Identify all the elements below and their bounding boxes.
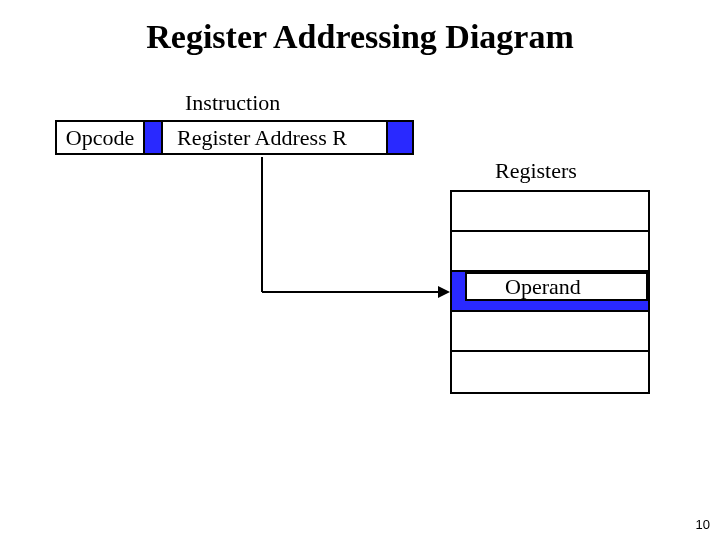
operand-label: Operand: [465, 272, 648, 301]
page-number: 10: [696, 517, 710, 532]
registers-label: Registers: [495, 158, 577, 184]
registers-box: Operand: [450, 190, 650, 394]
operand-row: Operand: [452, 272, 648, 312]
page-title: Register Addressing Diagram: [0, 18, 720, 56]
register-address-cell: Register Address R: [161, 120, 388, 155]
register-row: [452, 352, 648, 392]
opcode-cell: Opcode: [55, 120, 145, 155]
register-row: [452, 312, 648, 352]
register-row: [452, 192, 648, 232]
svg-marker-2: [438, 286, 450, 298]
register-row: [452, 232, 648, 272]
instruction-label: Instruction: [185, 90, 280, 116]
